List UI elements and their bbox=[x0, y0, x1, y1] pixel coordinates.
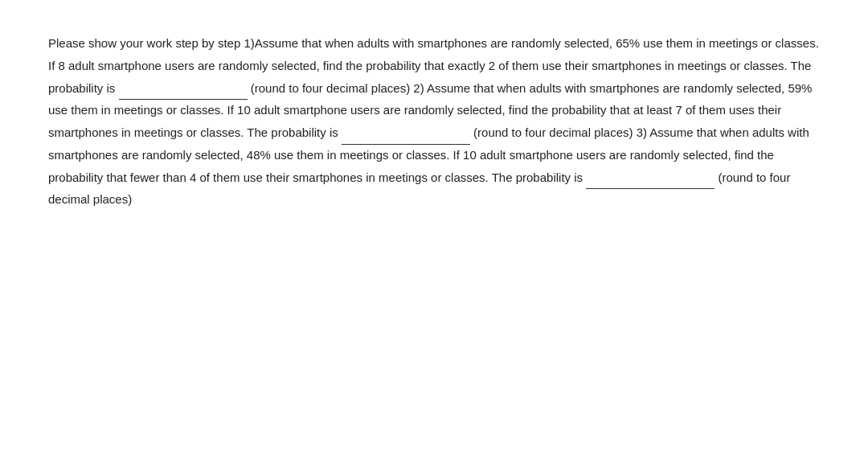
main-content: Please show your work step by step 1)Ass… bbox=[48, 32, 820, 211]
blank-3 bbox=[586, 166, 714, 190]
blank-2 bbox=[342, 121, 470, 145]
page-container: Please show your work step by step 1)Ass… bbox=[0, 0, 868, 452]
blank-1 bbox=[119, 77, 248, 101]
